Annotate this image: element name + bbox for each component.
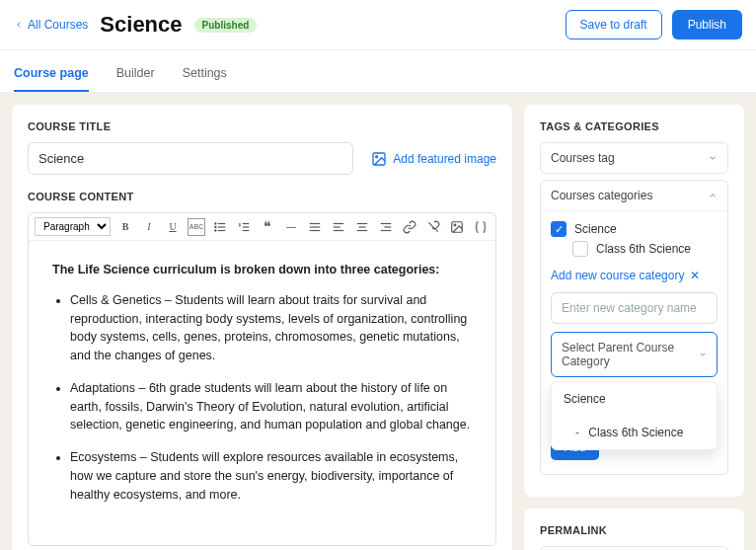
save-draft-button[interactable]: Save to draft [566,10,662,39]
parent-category-select[interactable]: Select Parent Course Category [551,332,718,377]
tab-course-page[interactable]: Course page [14,58,89,92]
tabs: Course page Builder Settings [0,50,756,93]
content-bullet: Adaptations – 6th grade students will le… [70,379,472,434]
close-icon[interactable]: ✕ [690,269,700,282]
featured-image-label: Add featured image [393,152,496,166]
svg-point-7 [215,229,216,230]
bullet-list-button[interactable] [211,218,229,236]
new-category-input[interactable] [551,292,718,324]
align-left-button[interactable] [330,218,347,236]
checkbox-checked-icon[interactable] [551,221,567,237]
dropdown-item-class-6th[interactable]: Class 6th Science [552,416,717,449]
italic-button[interactable]: I [140,218,158,236]
bold-button[interactable]: B [116,218,134,236]
main-card: COURSE TITLE Add featured image COURSE C… [12,105,512,550]
svg-point-1 [376,155,378,157]
strike-button[interactable]: ABC [188,218,205,236]
svg-point-5 [215,222,216,223]
underline-button[interactable]: U [164,218,182,236]
unlink-button[interactable] [424,218,442,236]
courses-categories-panel[interactable]: Courses categories [541,181,727,211]
tags-section-label: TAGS & CATEGORIES [540,120,728,132]
align-center-button[interactable] [353,218,371,236]
image-insert-button[interactable] [448,218,466,236]
svg-point-25 [454,224,456,226]
parent-category-dropdown: Science Class 6th Science [551,381,718,450]
parent-category-value: Select Parent Course Category [562,341,699,368]
add-featured-image-link[interactable]: Add featured image [371,151,496,167]
status-badge: Published [194,18,258,33]
number-list-button[interactable] [235,218,253,236]
format-select[interactable]: Paragraph [35,217,111,236]
align-right-button[interactable] [377,218,395,236]
add-new-category-link[interactable]: Add new course category ✕ [551,269,700,282]
back-link[interactable]: All Courses [14,18,88,32]
publish-button[interactable]: Publish [672,10,742,39]
svg-point-6 [215,226,216,227]
category-row-class-6th[interactable]: Class 6th Science [572,241,718,257]
code-button[interactable] [472,218,490,236]
editor-body[interactable]: The Life Science curriculum is broken do… [29,241,495,545]
quote-button[interactable]: ❝ [259,218,276,236]
svg-line-23 [428,222,437,231]
tags-card: TAGS & CATEGORIES Courses tag Courses ca… [524,105,744,497]
permalink-section-label: PERMALINK [540,524,728,536]
course-title-input[interactable] [28,142,353,175]
courses-tag-label: Courses tag [551,151,615,165]
chevron-down-icon [699,350,707,359]
course-title-label: COURSE TITLE [28,120,496,132]
back-label: All Courses [28,18,88,32]
permalink-card: PERMALINK Permalink [524,509,744,550]
category-label: Science [574,222,617,236]
link-button[interactable] [401,218,418,236]
tab-builder[interactable]: Builder [116,58,155,92]
category-row-science[interactable]: Science [551,221,718,237]
checkbox-empty-icon[interactable] [572,241,588,257]
editor-toolbar: Paragraph B I U ABC ❝ — [29,213,495,241]
hr-button[interactable]: — [282,218,300,236]
dropdown-item-science[interactable]: Science [552,382,717,416]
content-bullet: Ecosystems – Students will explore resou… [70,448,472,504]
add-new-category-label: Add new course category [551,269,684,282]
category-label: Class 6th Science [596,242,691,256]
tab-settings[interactable]: Settings [183,58,227,92]
chevron-down-icon [708,153,718,163]
chevron-left-icon [14,20,24,30]
content-editor: Paragraph B I U ABC ❝ — The Life Science [28,212,496,546]
align-justify-button[interactable] [306,218,324,236]
courses-tag-panel[interactable]: Courses tag [541,143,727,173]
image-icon [371,151,387,167]
chevron-up-icon [708,191,718,200]
page-title: Science [100,12,182,38]
content-bullet: Cells & Genetics – Students will learn a… [70,291,472,365]
content-lead: The Life Science curriculum is broken do… [52,263,435,276]
course-content-label: COURSE CONTENT [28,191,496,202]
courses-categories-label: Courses categories [551,189,652,202]
